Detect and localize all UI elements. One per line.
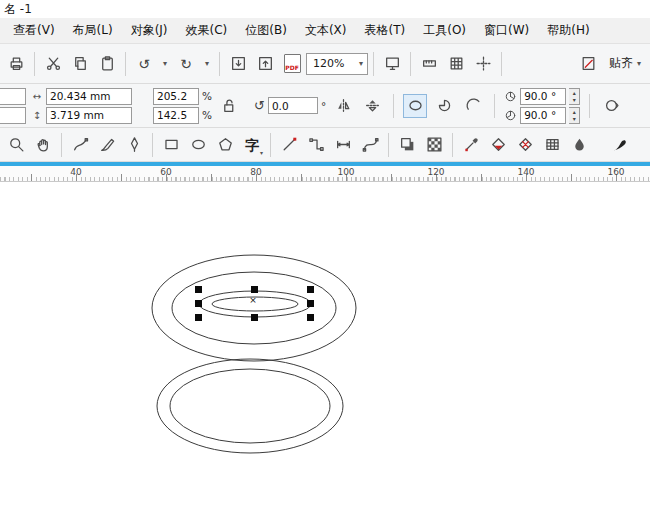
smear-brush-icon bbox=[611, 136, 628, 153]
menu-item-table[interactable]: 表格(T) bbox=[356, 18, 415, 43]
selection-center-marker[interactable]: × bbox=[249, 295, 257, 305]
color-eyedropper-tool[interactable] bbox=[458, 132, 484, 158]
menu-item-object[interactable]: 对象(J) bbox=[122, 18, 177, 43]
start-angle-field[interactable]: 90.0 ° bbox=[520, 88, 566, 105]
menu-item-layout[interactable]: 布局(L) bbox=[64, 18, 122, 43]
scissors-icon bbox=[45, 55, 62, 72]
selection-handle-middle-right[interactable] bbox=[307, 300, 314, 307]
menu-item-bitmaps[interactable]: 位图(B) bbox=[236, 18, 296, 43]
graph-paper-icon bbox=[544, 136, 561, 153]
mirror-horizontal-button[interactable] bbox=[331, 94, 355, 118]
ellipse-shape-top-middle[interactable] bbox=[172, 272, 336, 344]
pan-tool[interactable] bbox=[30, 132, 56, 158]
drop-shadow-tool[interactable] bbox=[394, 132, 420, 158]
selection-handle-top-left[interactable] bbox=[195, 286, 202, 293]
selection-handle-middle-left[interactable] bbox=[195, 300, 202, 307]
scale-horizontal-field[interactable]: 205.2 bbox=[153, 88, 199, 105]
scale-lock-toggle[interactable] bbox=[217, 94, 241, 118]
mirror-horizontal-icon bbox=[335, 97, 352, 114]
cut-button[interactable] bbox=[40, 51, 66, 77]
arc-mode-button[interactable] bbox=[461, 94, 485, 118]
show-guidelines-button[interactable] bbox=[470, 51, 496, 77]
redo-dropdown-button[interactable]: ▾ bbox=[200, 51, 214, 77]
redo-button[interactable]: ↻ bbox=[173, 51, 199, 77]
artistic-media-tool[interactable] bbox=[94, 132, 120, 158]
polygon-tool[interactable] bbox=[212, 132, 238, 158]
mirror-vertical-button[interactable] bbox=[360, 94, 384, 118]
selection-handle-top-right[interactable] bbox=[307, 286, 314, 293]
show-rulers-button[interactable] bbox=[416, 51, 442, 77]
rotation-angle-field[interactable]: 0.0 bbox=[268, 97, 318, 114]
arc-angles-group: 90.0 ° ▴ ▾ 90.0 ° ▴ ▾ bbox=[504, 88, 580, 124]
snap-to-dropdown[interactable]: 贴齐 ▾ bbox=[603, 51, 647, 77]
rectangle-tool[interactable] bbox=[158, 132, 184, 158]
end-angle-stepper[interactable]: ▴ ▾ bbox=[569, 107, 580, 124]
ellipse-shape-bottom-outer[interactable] bbox=[157, 359, 343, 453]
menu-item-window[interactable]: 窗口(W) bbox=[475, 18, 538, 43]
show-grid-button[interactable] bbox=[443, 51, 469, 77]
smear-tool[interactable] bbox=[606, 132, 632, 158]
printer-icon bbox=[8, 55, 25, 72]
dimension-tool[interactable] bbox=[330, 132, 356, 158]
copy-button[interactable] bbox=[67, 51, 93, 77]
print-button[interactable] bbox=[3, 51, 29, 77]
scale-vertical-field[interactable]: 142.5 bbox=[153, 107, 199, 124]
menu-item-text[interactable]: 文本(X) bbox=[296, 18, 356, 43]
grid-icon bbox=[448, 55, 465, 72]
publish-pdf-button[interactable]: PDF bbox=[279, 51, 305, 77]
menu-item-view[interactable]: 查看(V) bbox=[4, 18, 64, 43]
zoom-level-combo[interactable]: 120% ▾ bbox=[306, 53, 368, 75]
end-angle-field[interactable]: 90.0 ° bbox=[520, 107, 566, 124]
ruler-label: 100 bbox=[337, 167, 354, 177]
unlock-icon bbox=[220, 97, 237, 114]
options-button[interactable] bbox=[576, 51, 602, 77]
object-position-group bbox=[0, 88, 26, 124]
interactive-fill-tool[interactable] bbox=[485, 132, 511, 158]
smart-fill-tool[interactable] bbox=[566, 132, 592, 158]
export-icon bbox=[257, 55, 274, 72]
connector-tool[interactable] bbox=[303, 132, 329, 158]
zoom-tool[interactable] bbox=[3, 132, 29, 158]
ellipse-shape-top-outer[interactable] bbox=[152, 255, 356, 361]
pen-tool[interactable] bbox=[121, 132, 147, 158]
export-button[interactable] bbox=[252, 51, 278, 77]
horizontal-ruler[interactable]: 40 60 80 100 120 140 160 bbox=[0, 166, 650, 182]
menu-item-effects[interactable]: 效果(C) bbox=[177, 18, 237, 43]
object-height-field[interactable]: 3.719 mm bbox=[46, 107, 132, 124]
ellipse-mode-button[interactable] bbox=[403, 94, 427, 118]
mesh-fill-tool[interactable] bbox=[512, 132, 538, 158]
menu-item-tools[interactable]: 工具(O) bbox=[414, 18, 475, 43]
graph-paper-tool[interactable] bbox=[539, 132, 565, 158]
object-x-field[interactable] bbox=[0, 88, 26, 105]
freehand-tool[interactable] bbox=[67, 132, 93, 158]
ruler-label: 140 bbox=[517, 167, 534, 177]
import-button[interactable] bbox=[225, 51, 251, 77]
text-tool[interactable]: 字 ▾ bbox=[239, 132, 265, 158]
change-direction-button[interactable] bbox=[599, 94, 623, 118]
object-y-field[interactable] bbox=[0, 107, 26, 124]
transparency-tool[interactable] bbox=[421, 132, 447, 158]
mirror-vertical-icon bbox=[364, 97, 381, 114]
fullscreen-preview-button[interactable] bbox=[379, 51, 405, 77]
line-tool[interactable] bbox=[276, 132, 302, 158]
object-width-field[interactable]: 20.434 mm bbox=[46, 88, 132, 105]
bspline-tool[interactable] bbox=[357, 132, 383, 158]
menu-item-help[interactable]: 帮助(H) bbox=[538, 18, 598, 43]
selection-handle-bottom-left[interactable] bbox=[195, 314, 202, 321]
document-title: 名 -1 bbox=[4, 1, 32, 18]
chevron-down-icon: ▾ bbox=[163, 60, 167, 68]
start-angle-stepper[interactable]: ▴ ▾ bbox=[569, 88, 580, 105]
toolbar-divider bbox=[589, 94, 590, 118]
undo-button[interactable]: ↺ bbox=[131, 51, 157, 77]
paste-button[interactable] bbox=[94, 51, 120, 77]
ellipse-shape-bottom-inner[interactable] bbox=[170, 369, 330, 443]
canvas-artwork: × bbox=[0, 182, 650, 521]
line-icon bbox=[281, 136, 298, 153]
selection-handle-top-middle[interactable] bbox=[251, 286, 258, 293]
selection-handle-bottom-middle[interactable] bbox=[251, 314, 258, 321]
pie-mode-button[interactable] bbox=[432, 94, 456, 118]
ellipse-tool[interactable] bbox=[185, 132, 211, 158]
selection-handle-bottom-right[interactable] bbox=[307, 314, 314, 321]
drawing-canvas[interactable]: × bbox=[0, 182, 650, 521]
undo-dropdown-button[interactable]: ▾ bbox=[158, 51, 172, 77]
